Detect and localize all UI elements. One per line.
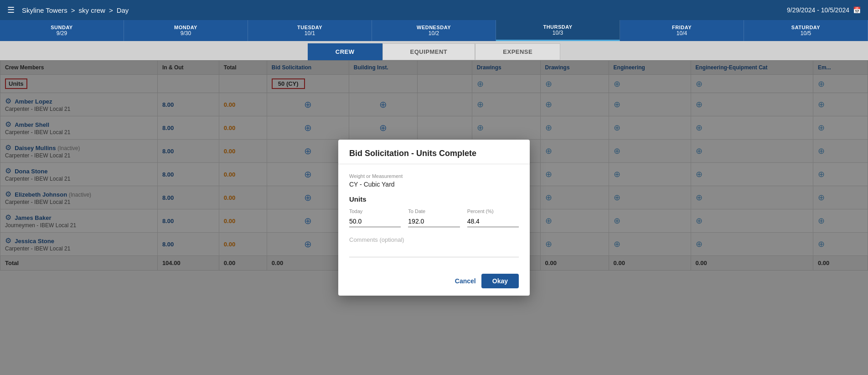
table-container: Crew Members In & Out Total Bid Solicita…	[0, 60, 868, 375]
day-monday[interactable]: MONDAY 9/30	[124, 20, 248, 41]
tab-expense[interactable]: EXPENSE	[475, 43, 560, 60]
day-friday[interactable]: FRIDAY 10/4	[620, 20, 744, 41]
today-field-group: Today	[349, 208, 401, 227]
weight-measurement-label: Weight or Measurement	[349, 173, 519, 179]
okay-button[interactable]: Okay	[481, 274, 519, 288]
calendar-icon[interactable]: 📅	[853, 6, 861, 14]
modal-footer: Cancel Okay	[338, 266, 530, 296]
modal-title: Bid Solicitation - Units Complete	[349, 149, 519, 158]
to-date-input[interactable]	[408, 216, 460, 227]
to-date-label: To Date	[408, 208, 460, 214]
breadcrumb-day[interactable]: Day	[117, 6, 129, 14]
units-section-title: Units	[349, 195, 519, 203]
menu-icon[interactable]: ☰	[7, 5, 15, 15]
breadcrumb-skyline[interactable]: Skyline Towers	[22, 6, 67, 14]
cancel-button[interactable]: Cancel	[455, 277, 476, 285]
percent-input[interactable]	[467, 216, 519, 227]
units-fields-row: Today To Date Percent (%)	[349, 208, 519, 227]
nav-right: 9/29/2024 - 10/5/2024 📅	[787, 6, 861, 14]
tab-bar: CREW EQUIPMENT EXPENSE	[0, 41, 868, 60]
tab-crew[interactable]: CREW	[308, 43, 382, 60]
date-range: 9/29/2024 - 10/5/2024	[787, 6, 849, 14]
day-saturday[interactable]: SATURDAY 10/5	[744, 20, 868, 41]
day-sunday[interactable]: SUNDAY 9/29	[0, 20, 124, 41]
modal-header: Bid Solicitation - Units Complete	[338, 140, 530, 164]
today-label: Today	[349, 208, 401, 214]
day-tuesday[interactable]: TUESDAY 10/1	[248, 20, 372, 41]
percent-label: Percent (%)	[467, 208, 519, 214]
comments-input[interactable]	[349, 246, 519, 257]
modal-body: Weight or Measurement CY - Cubic Yard Un…	[338, 164, 530, 266]
today-input[interactable]	[349, 216, 401, 227]
to-date-field-group: To Date	[408, 208, 460, 227]
day-wednesday[interactable]: WEDNESDAY 10/2	[372, 20, 496, 41]
day-header: SUNDAY 9/29 MONDAY 9/30 TUESDAY 10/1 WED…	[0, 20, 868, 41]
top-nav: ☰ Skyline Towers > sky crew > Day 9/29/2…	[0, 0, 868, 20]
modal-overlay: Bid Solicitation - Units Complete Weight…	[0, 60, 868, 375]
day-thursday[interactable]: THURSDAY 10/3	[496, 20, 620, 41]
breadcrumb-sep1: >	[71, 6, 75, 14]
weight-measurement-value: CY - Cubic Yard	[349, 181, 519, 188]
breadcrumb-sep2: >	[109, 6, 113, 14]
percent-field-group: Percent (%)	[467, 208, 519, 227]
nav-left: ☰ Skyline Towers > sky crew > Day	[7, 5, 129, 15]
comments-label: Comments (optional)	[349, 236, 519, 243]
breadcrumb-skycrew[interactable]: sky crew	[79, 6, 105, 14]
tab-equipment[interactable]: EQUIPMENT	[382, 43, 475, 60]
bid-solicitation-modal: Bid Solicitation - Units Complete Weight…	[338, 140, 530, 296]
